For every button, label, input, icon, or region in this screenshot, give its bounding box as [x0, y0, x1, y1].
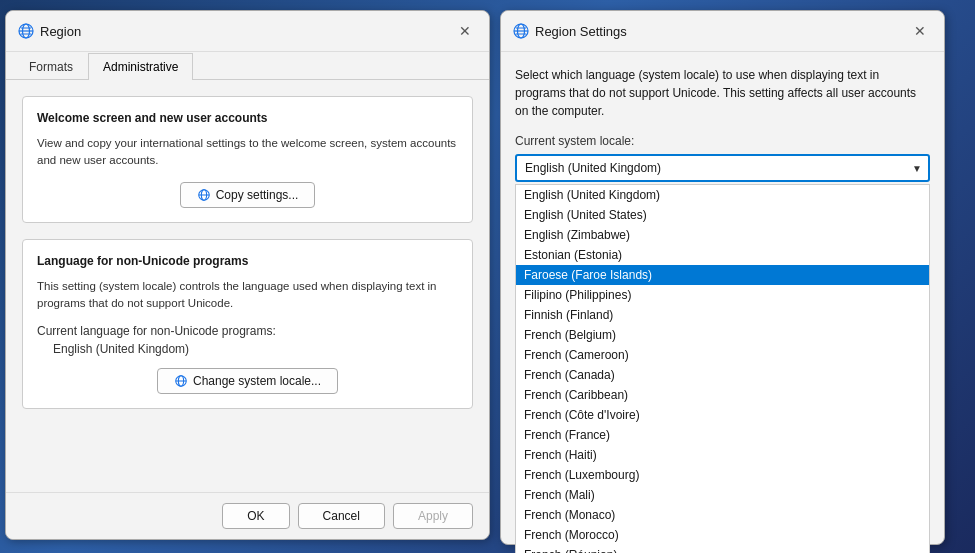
current-lang-label: Current language for non-Unicode program… [37, 324, 458, 338]
locale-list-item[interactable]: Finnish (Finland) [516, 305, 929, 325]
locale-list-item[interactable]: French (Morocco) [516, 525, 929, 545]
welcome-title: Welcome screen and new user accounts [37, 111, 458, 125]
locale-list-item[interactable]: French (Luxembourg) [516, 465, 929, 485]
locale-dropdown-container: English (United Kingdom) ▼ [515, 154, 930, 182]
locale-list-item[interactable]: French (France) [516, 425, 929, 445]
settings-description: Select which language (system locale) to… [515, 66, 930, 120]
apply-button[interactable]: Apply [393, 503, 473, 529]
settings-titlebar-left: Region Settings [513, 23, 627, 39]
locale-list[interactable]: English (United Kingdom)English (United … [515, 184, 930, 553]
region-dialog-title: Region [40, 24, 81, 39]
region-close-button[interactable]: ✕ [453, 19, 477, 43]
settings-dialog-title: Region Settings [535, 24, 627, 39]
locale-dropdown[interactable]: English (United Kingdom) [515, 154, 930, 182]
locale-list-item[interactable]: French (Réunion) [516, 545, 929, 553]
copy-icon [197, 188, 211, 202]
locale-list-item[interactable]: French (Mali) [516, 485, 929, 505]
tab-formats[interactable]: Formats [14, 53, 88, 80]
dialog-footer: OK Cancel Apply [6, 492, 489, 539]
settings-close-button[interactable]: ✕ [908, 19, 932, 43]
language-title: Language for non-Unicode programs [37, 254, 458, 268]
locale-list-item[interactable]: French (Canada) [516, 365, 929, 385]
copy-settings-button[interactable]: Copy settings... [180, 182, 316, 208]
locale-list-item[interactable]: French (Monaco) [516, 505, 929, 525]
change-system-locale-button[interactable]: Change system locale... [157, 368, 338, 394]
locale-list-item[interactable]: English (United Kingdom) [516, 185, 929, 205]
titlebar-left: Region [18, 23, 81, 39]
language-desc: This setting (system locale) controls th… [37, 278, 458, 313]
ok-button[interactable]: OK [222, 503, 289, 529]
dialog-content: Welcome screen and new user accounts Vie… [6, 80, 489, 492]
settings-content: Select which language (system locale) to… [501, 52, 944, 553]
locale-list-item[interactable]: French (Haiti) [516, 445, 929, 465]
locale-list-item[interactable]: English (United States) [516, 205, 929, 225]
settings-globe-icon [513, 23, 529, 39]
locale-list-item[interactable]: Estonian (Estonia) [516, 245, 929, 265]
region-settings-dialog: Region Settings ✕ Select which language … [500, 10, 945, 545]
change-system-locale-label: Change system locale... [193, 374, 321, 388]
locale-list-item[interactable]: French (Belgium) [516, 325, 929, 345]
current-lang-value: English (United Kingdom) [53, 342, 458, 356]
change-locale-icon [174, 374, 188, 388]
locale-list-item[interactable]: English (Zimbabwe) [516, 225, 929, 245]
region-titlebar: Region ✕ [6, 11, 489, 52]
cancel-button[interactable]: Cancel [298, 503, 385, 529]
globe-icon [18, 23, 34, 39]
copy-settings-label: Copy settings... [216, 188, 299, 202]
current-locale-label: Current system locale: [515, 134, 930, 148]
locale-list-item[interactable]: French (Côte d'Ivoire) [516, 405, 929, 425]
settings-titlebar: Region Settings ✕ [501, 11, 944, 52]
locale-list-item[interactable]: French (Cameroon) [516, 345, 929, 365]
locale-list-item[interactable]: Faroese (Faroe Islands) [516, 265, 929, 285]
locale-list-item[interactable]: Filipino (Philippines) [516, 285, 929, 305]
region-dialog: Region ✕ Formats Administrative Welcome … [5, 10, 490, 540]
tabs-bar: Formats Administrative [6, 52, 489, 80]
welcome-desc: View and copy your international setting… [37, 135, 458, 170]
locale-list-item[interactable]: French (Caribbean) [516, 385, 929, 405]
language-section: Language for non-Unicode programs This s… [22, 239, 473, 410]
tab-administrative[interactable]: Administrative [88, 53, 193, 80]
welcome-section: Welcome screen and new user accounts Vie… [22, 96, 473, 223]
